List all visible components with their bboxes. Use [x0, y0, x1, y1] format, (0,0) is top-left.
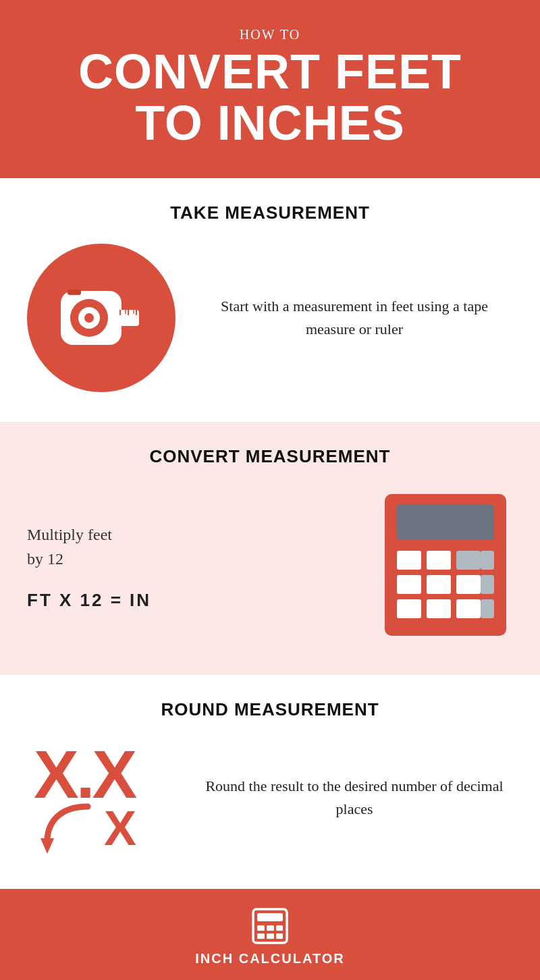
- svg-rect-28: [257, 925, 265, 931]
- inch-calculator-icon: [252, 908, 288, 944]
- svg-rect-29: [267, 925, 274, 931]
- svg-rect-10: [68, 290, 81, 295]
- svg-rect-27: [257, 913, 283, 921]
- footer-icon-svg: [252, 908, 288, 944]
- x-symbol: X: [104, 804, 136, 852]
- svg-rect-15: [456, 551, 481, 570]
- svg-rect-18: [427, 575, 451, 594]
- svg-marker-25: [40, 838, 54, 854]
- convert-measurement-heading: CONVERT MEASUREMENT: [27, 446, 513, 467]
- header-title-line1: CONVERT FEET: [54, 47, 486, 98]
- svg-rect-16: [481, 551, 494, 570]
- round-description: Round the result to the desired number o…: [196, 775, 513, 821]
- arrow-x-wrap: X: [40, 801, 136, 855]
- take-measurement-content: Start with a measurement in feet using a…: [27, 244, 513, 392]
- convert-text-block: Multiply feet by 12 FT X 12 = IN: [27, 522, 364, 611]
- svg-rect-32: [267, 933, 274, 939]
- tape-measure-icon-circle: [27, 244, 176, 392]
- convert-multiply-line2: by 12: [27, 547, 364, 571]
- svg-rect-22: [427, 599, 451, 618]
- svg-rect-17: [397, 575, 421, 594]
- calculator-icon: [378, 487, 513, 645]
- header-section: HOW TO CONVERT FEET TO INCHES: [0, 0, 540, 178]
- svg-rect-33: [276, 933, 283, 939]
- svg-rect-31: [257, 933, 265, 939]
- convert-measurement-content: Multiply feet by 12 FT X 12 = IN: [27, 487, 513, 645]
- svg-rect-20: [481, 575, 494, 594]
- svg-rect-23: [456, 599, 481, 618]
- convert-multiply-line1: Multiply feet: [27, 522, 364, 547]
- svg-point-3: [84, 313, 94, 323]
- svg-rect-24: [481, 599, 494, 618]
- take-measurement-heading: TAKE MEASUREMENT: [27, 202, 513, 223]
- round-measurement-section: ROUND MEASUREMENT X.X X Round the result…: [0, 675, 540, 889]
- svg-rect-13: [397, 551, 421, 570]
- curved-arrow-icon: [40, 801, 101, 855]
- round-measurement-content: X.X X Round the result to the desired nu…: [27, 740, 513, 855]
- take-measurement-description: Start with a measurement in feet using a…: [196, 295, 513, 341]
- xx-symbol: X.X: [34, 740, 134, 808]
- footer-label: INCH CALCULATOR: [14, 951, 526, 967]
- svg-rect-12: [397, 505, 494, 540]
- convert-measurement-section: CONVERT MEASUREMENT Multiply feet by 12 …: [0, 422, 540, 675]
- header-title: CONVERT FEET TO INCHES: [54, 47, 486, 148]
- svg-rect-19: [456, 575, 481, 594]
- round-measurement-heading: ROUND MEASUREMENT: [27, 699, 513, 720]
- convert-multiply-text: Multiply feet by 12: [27, 522, 364, 571]
- take-measurement-section: TAKE MEASUREMENT S: [0, 178, 540, 422]
- header-subtitle: HOW TO: [54, 27, 486, 43]
- svg-rect-14: [427, 551, 451, 570]
- tape-measure-icon: [47, 264, 155, 372]
- convert-formula: FT X 12 = IN: [27, 590, 364, 611]
- svg-rect-30: [276, 925, 283, 931]
- footer-section: INCH CALCULATOR: [0, 889, 540, 980]
- header-title-line2: TO INCHES: [54, 98, 486, 149]
- svg-rect-4: [115, 310, 139, 326]
- round-icon-block: X.X X: [27, 740, 182, 855]
- svg-rect-21: [397, 599, 421, 618]
- calculator-svg: [378, 487, 513, 643]
